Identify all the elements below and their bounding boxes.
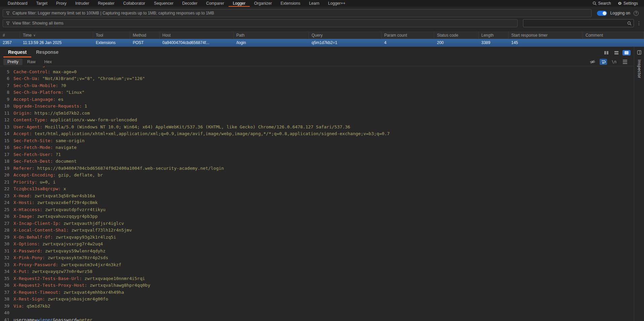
log-table: #Time∨ToolMethodHostPathQueryParam count… — [0, 32, 644, 47]
line-content: X-Pink-Pony: zwrtxqvasyktm70zr4p2sds — [13, 254, 108, 262]
request-line: 35X-Request2-Tests-Base-Url: zwrtxqvaqoe… — [0, 275, 634, 282]
column-header-start-response-timer[interactable]: Start response timer — [509, 32, 583, 39]
line-number: 41 — [0, 317, 13, 321]
menu-item-proxy[interactable]: Proxy — [52, 0, 71, 7]
line-number: 39 — [0, 303, 13, 310]
editor-tab-raw[interactable]: Raw — [23, 58, 40, 65]
menu-item-intruder[interactable]: Intruder — [71, 0, 93, 7]
line-number: 5 — [0, 69, 13, 76]
request-line: 21Priority: u=0, i — [0, 179, 634, 186]
line-content: X-Password: zwrtxqvays59wlenr4qdyhz — [13, 248, 106, 255]
request-line: 28X-Local-Content-Sha1: zwrtxqvalf73lh12… — [0, 227, 634, 234]
menu-item-repeater[interactable]: Repeater — [93, 0, 119, 7]
request-body: 4Content-Length: 305Cache-Control: max-a… — [0, 66, 634, 321]
layout-single-button[interactable] — [622, 50, 631, 55]
line-content: Sec-Fetch-Dest: document — [13, 158, 77, 165]
hide-nonprintable-icon[interactable] — [589, 59, 596, 65]
capture-filter-box[interactable]: Capture filter: Logger memory limit set … — [3, 9, 592, 17]
line-number: 24 — [0, 199, 13, 206]
line-number: 9 — [0, 96, 13, 103]
more-options-icon[interactable]: ⋮ — [637, 21, 641, 26]
line-number: 20 — [0, 172, 13, 179]
column-header-tool[interactable]: Tool — [93, 32, 130, 39]
tab-response[interactable]: Response — [31, 47, 63, 57]
menu-item-comparer[interactable]: Comparer — [202, 0, 228, 7]
log-table-selected-row[interactable]: 235711:13:59 26 Jan 2025ExtensionsPOST0a… — [0, 39, 644, 47]
request-line: 37X-Request-Timeout: zwrtxqvat4ymhhbxr4h… — [0, 289, 634, 296]
menu-item-logger[interactable]: Logger — [229, 0, 250, 7]
menu-item-learn[interactable]: Learn — [305, 0, 324, 7]
editor-tab-hex[interactable]: Hex — [40, 58, 56, 65]
menu-item-collaborator[interactable]: Collaborator — [119, 0, 150, 7]
layout-rows-button[interactable] — [612, 50, 620, 55]
logging-controls: Logging on ? — [592, 11, 641, 16]
line-number: 8 — [0, 89, 13, 96]
request-line: 22Tczqbcs13sa8qrcpw: x — [0, 186, 634, 193]
hamburger-icon — [623, 60, 627, 64]
line-number: 14 — [0, 130, 13, 137]
column-header-param-count[interactable]: Param count — [381, 32, 434, 39]
inspector-label: Inspector — [637, 59, 642, 78]
line-number: 25 — [0, 206, 13, 213]
line-number: 17 — [0, 151, 13, 158]
column-header-method[interactable]: Method — [130, 32, 160, 39]
menu-item-dashboard[interactable]: Dashboard — [3, 0, 32, 7]
line-content: Sec-Ch-Ua-Platform: "Linux" — [13, 89, 84, 96]
request-line: 10Upgrade-Insecure-Requests: 1 — [0, 103, 634, 110]
column-header-path[interactable]: Path — [234, 32, 309, 39]
column-header-comment[interactable]: Comment — [583, 32, 644, 39]
menu-item-organizer[interactable]: Organizer — [250, 0, 276, 7]
tab-request[interactable]: Request — [3, 47, 31, 57]
message-panel: Request Response PrettyRawHex — [0, 47, 634, 321]
request-editor[interactable]: 4Content-Length: 305Cache-Control: max-a… — [0, 66, 634, 321]
editor-view-tabs: PrettyRawHex \n — [0, 57, 634, 66]
column-header-time[interactable]: Time∨ — [20, 32, 93, 39]
log-table-header: #Time∨ToolMethodHostPathQueryParam count… — [0, 32, 644, 39]
logging-toggle[interactable] — [597, 11, 607, 16]
line-content: Priority: u=0, i — [13, 179, 55, 186]
menu-item-logger-[interactable]: Logger++ — [324, 0, 350, 7]
menu-item-extensions[interactable]: Extensions — [276, 0, 305, 7]
view-filter-box[interactable]: View filter: Showing all items — [3, 19, 518, 27]
editor-tab-pretty[interactable]: Pretty — [3, 58, 23, 65]
table-cell: 2357 — [0, 39, 20, 47]
settings-button[interactable]: Settings — [615, 1, 641, 6]
request-line: 39Via: q5m1d7kb2 — [0, 303, 634, 310]
column-header-host[interactable]: Host — [160, 32, 234, 39]
message-tabs: Request Response — [0, 47, 634, 57]
line-number: 15 — [0, 137, 13, 145]
message-viewer-area: Request Response PrettyRawHex — [0, 47, 644, 321]
request-line: 36X-Request2-Tests-Proxy-Host: zwrtxqval… — [0, 282, 634, 289]
table-cell: /login — [234, 39, 309, 47]
line-content: Via: q5m1d7kb2 — [13, 303, 50, 310]
show-newlines-button[interactable]: \n — [610, 59, 618, 65]
search-button[interactable]: Search — [590, 1, 614, 6]
log-search-input[interactable] — [525, 21, 627, 26]
column-header-query[interactable]: Query — [309, 32, 381, 39]
filter-funnel-icon — [6, 11, 10, 15]
line-content: X-On-Behalf-Of: zwrtxqvapy93g2k1r4lzq5i — [13, 234, 116, 241]
column-header-status-code[interactable]: Status code — [434, 32, 479, 39]
line-content: X-Request2-Tests-Base-Url: zwrtxqvaqoe10… — [13, 275, 145, 282]
wrap-lines-icon[interactable] — [600, 59, 607, 65]
settings-label: Settings — [623, 1, 638, 6]
line-number: 19 — [0, 165, 13, 172]
capture-filter-text: Capture filter: Logger memory limit set … — [12, 11, 214, 15]
line-number: 10 — [0, 103, 13, 110]
line-content: Cache-Control: max-age=0 — [13, 69, 77, 76]
help-icon[interactable]: ? — [634, 11, 639, 16]
column-header--[interactable]: # — [0, 32, 20, 39]
layout-columns-button[interactable] — [602, 50, 610, 55]
request-line: 34X-Put: zwrtxqvayqzw77n0r4wrz58 — [0, 268, 634, 275]
line-content: X-Rest-Sign: zwrtxqvajnkosjcmr4g00fo — [13, 296, 108, 303]
menu-item-decoder[interactable]: Decoder — [178, 0, 202, 7]
request-line: 24X-Hosti: zwrtxqvazx6eff29r4pc8mk — [0, 199, 634, 206]
table-cell: 145 — [509, 39, 583, 47]
table-cell: 3389 — [479, 39, 509, 47]
editor-menu-icon[interactable] — [621, 59, 629, 65]
menu-item-sequencer[interactable]: Sequencer — [150, 0, 178, 7]
inspector-strip[interactable]: Inspector — [634, 47, 644, 321]
menu-item-target[interactable]: Target — [32, 0, 52, 7]
column-header-length[interactable]: Length — [479, 32, 509, 39]
line-content: X-Put: zwrtxqvayqzw77n0r4wrz58 — [13, 268, 92, 275]
